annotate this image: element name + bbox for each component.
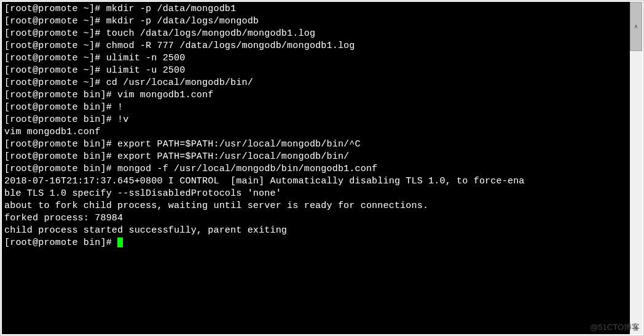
watermark-text: @51CTO博客 xyxy=(590,322,640,333)
terminal-line: ble TLS 1.0 specify --sslDisabledProtoco… xyxy=(4,188,629,200)
terminal-line: [root@promote bin]# !v xyxy=(4,114,629,126)
terminal-line: [root@promote ~]# touch /data/logs/mongo… xyxy=(4,28,629,40)
terminal-line: [root@promote bin]# xyxy=(4,237,629,249)
terminal-line: child process started successfully, pare… xyxy=(4,225,629,237)
terminal-line: [root@promote ~]# ulimit -n 2500 xyxy=(4,52,629,65)
terminal-window: [root@promote ~]# mkdir -p /data/mongodb… xyxy=(0,0,644,336)
terminal-line: [root@promote ~]# cd /usr/local/mongodb/… xyxy=(4,77,629,89)
terminal-line: [root@promote bin]# export PATH=$PATH:/u… xyxy=(4,138,629,151)
terminal-line: [root@promote ~]# ulimit -u 2500 xyxy=(4,65,629,77)
terminal-line: 2018-07-16T21:17:37.645+0800 I CONTROL [… xyxy=(4,175,629,188)
terminal-line: [root@promote bin]# export PATH=$PATH:/u… xyxy=(4,151,629,163)
terminal-line: about to fork child process, waiting unt… xyxy=(4,200,629,212)
terminal-line: [root@promote bin]# mongod -f /usr/local… xyxy=(4,163,629,175)
terminal-line: [root@promote bin]# vim mongodb1.conf xyxy=(4,89,629,102)
scrollbar-thumb[interactable]: ∧ xyxy=(630,2,642,51)
terminal-line: forked process: 78984 xyxy=(4,212,629,225)
terminal-line: [root@promote ~]# mkdir -p /data/mongodb… xyxy=(4,3,629,15)
scrollbar[interactable]: ∧ ∨ xyxy=(630,2,642,334)
terminal-line: vim mongodb1.conf xyxy=(4,126,629,138)
terminal-line: [root@promote ~]# chmod -R 777 /data/log… xyxy=(4,40,629,52)
terminal-line: [root@promote bin]# ! xyxy=(4,102,629,114)
terminal-cursor xyxy=(117,238,123,247)
terminal-output: [root@promote ~]# mkdir -p /data/mongodb… xyxy=(2,2,631,334)
terminal-line: [root@promote ~]# mkdir -p /data/logs/mo… xyxy=(4,15,629,28)
